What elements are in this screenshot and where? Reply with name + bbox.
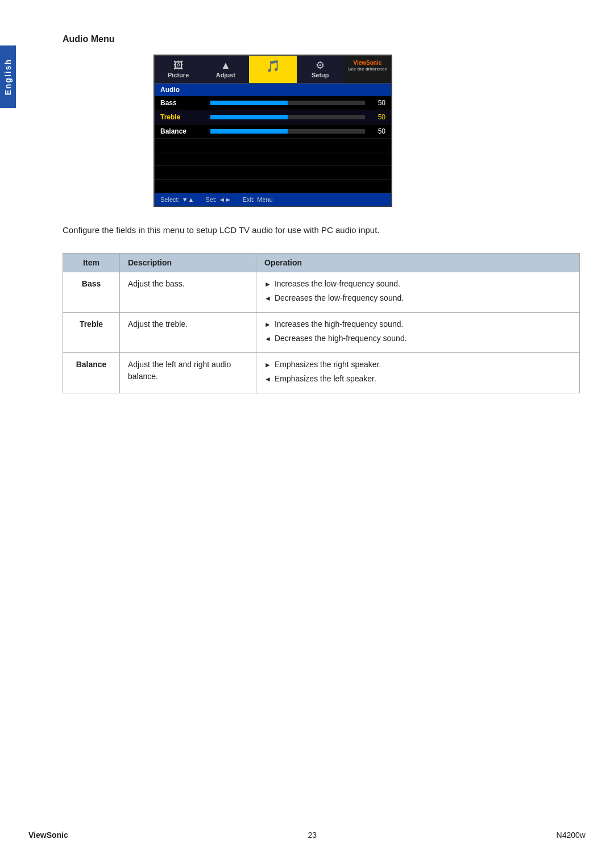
osd-footer: Select: ▼▲ Set: ◄► Exit: Menu <box>155 193 391 206</box>
osd-empty-row-3 <box>155 166 391 180</box>
treble-increase-arrow: ► <box>264 319 271 330</box>
footer-brand: ViewSonic <box>28 830 68 840</box>
osd-balance-value: 50 <box>370 127 385 135</box>
osd-tab-audio: 🎵 <box>249 56 296 83</box>
viewsonic-icon: ViewSonicSee the difference <box>348 60 387 72</box>
bass-decrease-text: Decreases the low-frequency sound. <box>275 292 404 304</box>
treble-increase-text: Increases the high-frequency sound. <box>275 318 403 330</box>
tab-picture-label: Picture <box>168 72 189 78</box>
osd-tab-picture: 🖼 Picture <box>155 56 202 83</box>
table-row-bass: Bass Adjust the bass. ► Increases the lo… <box>63 272 580 312</box>
osd-menu-image: 🖼 Picture ▲ Adjust 🎵 ⚙ Setup ViewSonicSe… <box>154 55 580 207</box>
audio-table: Item Description Operation Bass Adjust t… <box>63 253 580 393</box>
footer-set: Set: ◄► <box>205 196 231 203</box>
osd-tab-viewsonic: ViewSonicSee the difference <box>344 56 391 83</box>
osd-empty-row-1 <box>155 139 391 152</box>
osd-row-treble: Treble 50 <box>155 110 391 124</box>
osd-treble-value: 50 <box>370 113 385 121</box>
tab-setup-label: Setup <box>312 72 329 78</box>
footer-select-key: Select: <box>160 196 180 203</box>
page-footer: ViewSonic 23 N4200w <box>28 830 586 840</box>
osd-bass-value: 50 <box>370 99 385 107</box>
balance-label: Balance <box>76 360 107 369</box>
treble-label: Treble <box>80 319 103 329</box>
bass-increase-text: Increases the low-frequency sound. <box>275 278 400 290</box>
table-row-balance: Balance Adjust the left and right audio … <box>63 352 580 393</box>
balance-op-right: ► Emphasizes the right speaker. <box>264 359 571 371</box>
osd-row-balance: Balance 50 <box>155 124 391 139</box>
treble-operation-cell: ► Increases the high-frequency sound. ◄ … <box>256 312 580 352</box>
treble-decrease-arrow: ◄ <box>264 334 271 344</box>
treble-item-cell: Treble <box>63 312 120 352</box>
footer-model: N4200w <box>557 830 586 840</box>
footer-exit-key: Exit: <box>243 196 255 203</box>
osd-tab-setup: ⚙ Setup <box>297 56 344 83</box>
bass-decrease-arrow: ◄ <box>264 293 271 304</box>
osd-row-bass: Bass 50 <box>155 96 391 110</box>
bass-increase-arrow: ► <box>264 279 271 289</box>
balance-description-cell: Adjust the left and right audio balance. <box>120 352 256 393</box>
treble-decrease-text: Decreases the high-frequency sound. <box>275 333 407 344</box>
osd-balance-label: Balance <box>160 127 206 135</box>
osd-balance-fill <box>210 129 288 134</box>
treble-description-cell: Adjust the treble. <box>120 312 256 352</box>
osd-bass-label: Bass <box>160 99 206 107</box>
col-header-description: Description <box>120 253 256 272</box>
bass-op-decrease: ◄ Decreases the low-frequency sound. <box>264 292 571 304</box>
osd-menu: 🖼 Picture ▲ Adjust 🎵 ⚙ Setup ViewSonicSe… <box>154 55 392 207</box>
balance-left-text: Emphasizes the left speaker. <box>275 373 376 385</box>
osd-treble-bar <box>210 115 365 119</box>
bass-operation-cell: ► Increases the low-frequency sound. ◄ D… <box>256 272 580 312</box>
balance-left-arrow: ◄ <box>264 374 271 384</box>
bass-label: Bass <box>82 279 101 288</box>
osd-treble-fill <box>210 115 288 119</box>
footer-set-value: ◄► <box>219 196 231 203</box>
osd-tab-adjust: ▲ Adjust <box>202 56 249 83</box>
footer-select: Select: ▼▲ <box>160 196 194 203</box>
footer-exit-value: Menu <box>257 196 273 203</box>
balance-right-arrow: ► <box>264 360 271 370</box>
table-row-treble: Treble Adjust the treble. ► Increases th… <box>63 312 580 352</box>
setup-icon: ⚙ <box>316 60 325 70</box>
intro-paragraph: Configure the fields in this menu to set… <box>63 224 580 237</box>
balance-operation-cell: ► Emphasizes the right speaker. ◄ Emphas… <box>256 352 580 393</box>
balance-right-text: Emphasizes the right speaker. <box>275 359 381 371</box>
tab-adjust-label: Adjust <box>216 72 235 78</box>
balance-op-left: ◄ Emphasizes the left speaker. <box>264 373 571 385</box>
osd-empty-row-4 <box>155 180 391 193</box>
bass-item-cell: Bass <box>63 272 120 312</box>
footer-select-value: ▼▲ <box>182 196 194 203</box>
language-label: English <box>3 59 13 95</box>
footer-set-key: Set: <box>205 196 217 203</box>
bass-op-increase: ► Increases the low-frequency sound. <box>264 278 571 290</box>
osd-balance-bar <box>210 129 365 134</box>
osd-empty-row-2 <box>155 152 391 166</box>
osd-section-header: Audio <box>155 84 391 96</box>
treble-op-decrease: ◄ Decreases the high-frequency sound. <box>264 333 571 344</box>
osd-bass-bar <box>210 101 365 105</box>
balance-item-cell: Balance <box>63 352 120 393</box>
adjust-icon: ▲ <box>221 60 231 70</box>
audio-icon: 🎵 <box>266 60 280 72</box>
picture-icon: 🖼 <box>173 60 184 70</box>
osd-tabs: 🖼 Picture ▲ Adjust 🎵 ⚙ Setup ViewSonicSe… <box>155 56 391 84</box>
footer-page-number: 23 <box>308 830 317 840</box>
language-tab: English <box>0 45 16 108</box>
osd-treble-label: Treble <box>160 113 206 121</box>
osd-bass-fill <box>210 101 288 105</box>
col-header-item: Item <box>63 253 120 272</box>
footer-exit: Exit: Menu <box>243 196 273 203</box>
treble-op-increase: ► Increases the high-frequency sound. <box>264 318 571 330</box>
col-header-operation: Operation <box>256 253 580 272</box>
bass-description-cell: Adjust the bass. <box>120 272 256 312</box>
section-title: Audio Menu <box>63 34 580 44</box>
